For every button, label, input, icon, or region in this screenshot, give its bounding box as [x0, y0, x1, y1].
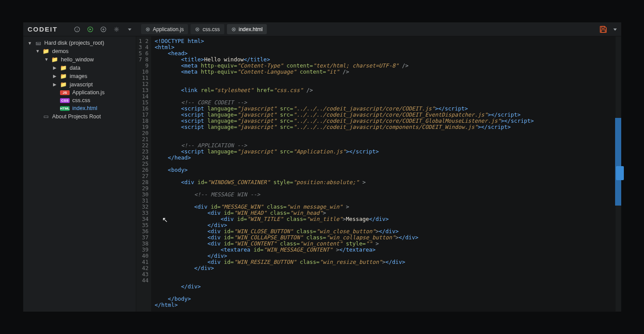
tree-about-root[interactable]: ▭ About Projects Root	[23, 112, 136, 121]
tree-folder-images[interactable]: ▶📁 images	[23, 72, 136, 80]
titlebar: CODEIT i ⊗ Application.js	[23, 22, 621, 36]
svg-point-7	[116, 28, 117, 30]
chevron-down-icon[interactable]	[612, 26, 619, 33]
tab-application-js[interactable]: ⊗ Application.js	[141, 24, 188, 34]
svg-marker-8	[128, 28, 131, 31]
run-icon[interactable]	[87, 26, 94, 33]
folder-icon: 📁	[60, 64, 67, 71]
doc-icon: ▭	[42, 113, 50, 120]
right-tools	[599, 25, 619, 33]
toolbar-icons: i	[74, 26, 133, 33]
folder-icon: 📁	[51, 56, 58, 63]
svg-text:i: i	[77, 28, 78, 32]
folder-icon: 📁	[60, 81, 67, 88]
editor-tabs: ⊗ Application.js ⊗ css.css ⊗ index.html	[141, 24, 267, 34]
save-icon[interactable]	[599, 25, 607, 33]
js-badge: JS	[60, 90, 70, 95]
tree-label: index.html	[72, 105, 97, 111]
tree-folder-hello-window[interactable]: ▼📁 hello_window	[23, 55, 136, 64]
tab-label: Application.js	[153, 26, 184, 32]
tab-label: css.css	[202, 26, 219, 32]
tree-label: demos	[52, 48, 69, 54]
tab-label: index.html	[239, 26, 263, 32]
code-editor[interactable]: 1 2 3 4 5 6 7 8 9 10 11 12 13 14 15 16 1…	[136, 36, 621, 312]
tree-file-index-html[interactable]: HTML index.html	[23, 104, 136, 112]
svg-marker-11	[613, 28, 617, 31]
minimap-thumb[interactable]	[615, 118, 621, 206]
tree-label: css.css	[72, 97, 90, 103]
tree-file-application-js[interactable]: JS Application.js	[23, 89, 136, 96]
tree-label: javascript	[70, 82, 93, 88]
html-badge: HTML	[60, 106, 70, 111]
close-icon[interactable]: ⊗	[231, 26, 236, 32]
close-icon[interactable]: ⊗	[145, 26, 150, 32]
gear-icon[interactable]	[113, 26, 120, 33]
disk-icon: 🖴	[35, 40, 42, 46]
tree-folder-demos[interactable]: ▼📁 demos	[23, 47, 136, 55]
tab-index-html[interactable]: ⊗ index.html	[227, 24, 267, 34]
folder-icon: 📁	[42, 48, 50, 54]
tree-folder-data[interactable]: ▶📁 data	[23, 64, 136, 72]
svg-rect-9	[602, 26, 605, 28]
css-badge: CSS	[60, 98, 70, 103]
tree-label: Hard disk (projects_root)	[44, 40, 104, 46]
code-content[interactable]: <!DOCTYPE html> <html> <head> <title>Hel…	[151, 36, 615, 312]
tab-css-css[interactable]: ⊗ css.css	[191, 24, 224, 34]
tree-label: About Projects Root	[52, 114, 101, 120]
file-tree[interactable]: ▼🖴 Hard disk (projects_root) ▼📁 demos ▼📁…	[23, 36, 136, 312]
app-window: CODEIT i ⊗ Application.js	[23, 22, 621, 312]
tree-label: images	[70, 73, 87, 79]
add-icon[interactable]	[100, 26, 107, 33]
line-gutter: 1 2 3 4 5 6 7 8 9 10 11 12 13 14 15 16 1…	[136, 36, 151, 312]
tree-root[interactable]: ▼🖴 Hard disk (projects_root)	[23, 39, 136, 47]
tree-label: hello_window	[61, 57, 94, 63]
chevron-down-icon[interactable]	[126, 26, 133, 33]
tree-folder-javascript[interactable]: ▶📁 javascript	[23, 80, 136, 89]
content-area: ▼🖴 Hard disk (projects_root) ▼📁 demos ▼📁…	[23, 36, 621, 312]
svg-marker-3	[89, 28, 91, 30]
app-logo: CODEIT	[27, 25, 60, 33]
minimap[interactable]	[615, 36, 621, 312]
close-icon[interactable]: ⊗	[195, 26, 200, 32]
info-icon[interactable]: i	[74, 26, 81, 33]
tree-label: data	[70, 65, 80, 71]
minimap-handle[interactable]	[616, 166, 624, 180]
tree-file-css-css[interactable]: CSS css.css	[23, 96, 136, 104]
folder-icon: 📁	[60, 73, 67, 79]
tree-label: Application.js	[72, 89, 105, 96]
